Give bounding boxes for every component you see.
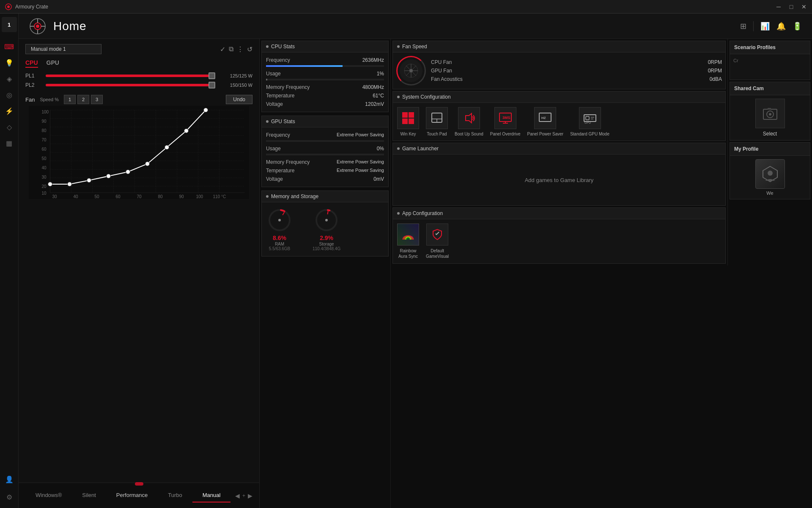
- tab-gpu[interactable]: GPU: [47, 59, 59, 68]
- mode-select[interactable]: Manual mode 1: [25, 44, 102, 54]
- ram-gauge: [267, 207, 292, 233]
- fan-point-3[interactable]: 3: [91, 95, 103, 104]
- battery-icon[interactable]: 🔋: [793, 22, 802, 31]
- profile-next[interactable]: ▶: [248, 492, 252, 499]
- cpu-usage-bar: [266, 79, 384, 80]
- settings-icon: ⚙: [6, 493, 12, 501]
- more-icon[interactable]: ⋮: [237, 45, 244, 53]
- tab-turbo[interactable]: Turbo: [158, 489, 192, 502]
- sidebar-item-home[interactable]: 1: [2, 17, 17, 32]
- tab-windows[interactable]: Windows®: [25, 489, 72, 502]
- svg-text:10: 10: [42, 191, 47, 196]
- ram-detail: 5.5/63.6GB: [269, 246, 291, 251]
- undo-button[interactable]: Undo: [226, 95, 252, 104]
- profile-prev[interactable]: ◀: [235, 492, 240, 499]
- right-upper-left: Fan Speed: [391, 39, 727, 265]
- sidebar-item-devices[interactable]: ⌨: [2, 39, 17, 54]
- scenario-profiles-title: Scenario Profiles: [734, 44, 776, 50]
- sys-config-touchpad[interactable]: Touch Pad: [426, 107, 448, 136]
- gamevisual-svg: [431, 228, 444, 241]
- fan-spinner-svg: [403, 62, 420, 79]
- sidebar-item-calendar[interactable]: ▦: [2, 135, 17, 151]
- svg-text:100: 100: [196, 194, 203, 199]
- sidebar-item-lighting[interactable]: 💡: [2, 55, 17, 70]
- tab-silent[interactable]: Silent: [72, 489, 106, 502]
- svg-point-72: [409, 69, 413, 72]
- svg-point-62: [278, 219, 281, 221]
- fan-speed-widget: Fan Speed: [392, 41, 726, 89]
- fan-chart[interactable]: 100 90 80 70 60 50 40 30 20 10 30 40 50: [19, 106, 259, 483]
- sys-config-panel-overdrive[interactable]: 3MS Panel Overdrive: [490, 107, 521, 136]
- cpu-usage-value: 1%: [377, 71, 384, 77]
- close-button[interactable]: ✕: [801, 4, 807, 10]
- sys-config-standard-gpu[interactable]: GPU Standard GPU Mode: [570, 107, 609, 136]
- check-icon[interactable]: ✓: [220, 45, 225, 53]
- fan-point-1[interactable]: 1: [64, 95, 76, 104]
- svg-text:50: 50: [42, 156, 47, 161]
- shared-cam-body: Select: [730, 95, 810, 140]
- refresh-icon[interactable]: ↺: [247, 45, 252, 53]
- gpu-temp-row: Temperature Extreme Power Saving: [266, 166, 384, 175]
- tab-cpu[interactable]: CPU: [25, 59, 38, 68]
- game-launcher-title: Game Launcher: [402, 146, 439, 152]
- sidebar-item-sliders[interactable]: ⚡: [2, 103, 17, 119]
- standard-gpu-svg: GPU: [583, 111, 597, 125]
- gpu-freq-value: Extreme Power Saving: [337, 132, 384, 138]
- sidebar-item-user[interactable]: 👤: [2, 472, 17, 487]
- game-launcher-header: Game Launcher: [393, 143, 725, 155]
- right-panel: CPU Stats Frequency 2636MHz Usage: [260, 39, 812, 508]
- add-games-text[interactable]: Add games to Game Library: [525, 177, 594, 183]
- sidebar-item-fan[interactable]: ◎: [2, 87, 17, 102]
- tab-performance[interactable]: Performance: [106, 489, 158, 502]
- cpu-stats-header: CPU Stats: [262, 41, 388, 52]
- cpu-memfreq-label: Memory Frequency: [266, 84, 310, 90]
- sidebar-item-settings[interactable]: ⚙: [2, 489, 17, 505]
- chart-icon[interactable]: 📊: [760, 22, 770, 31]
- shared-cam-select-label[interactable]: Select: [733, 131, 807, 137]
- fan-point-buttons: 1 2 3: [64, 95, 103, 104]
- bell-icon[interactable]: 🔔: [776, 22, 786, 31]
- boot-sound-icon: [458, 107, 480, 129]
- sys-config-panel-power-saver[interactable]: HZ Panel Power Saver: [527, 107, 564, 136]
- app-config-rainbow-aura[interactable]: RainbowAura Sync: [397, 224, 419, 259]
- profile-add[interactable]: +: [242, 493, 245, 499]
- storage-gauge-container: 2.9% Storage 110.4/3848.4G: [313, 207, 340, 251]
- pl2-fill: [46, 84, 215, 86]
- pl2-track: [46, 84, 215, 86]
- grid-icon[interactable]: ⊞: [740, 22, 746, 31]
- left-sidebar-nav: 1 ⌨ 💡 ◈ ◎ ⚡ ◇ ▦ 👤 ⚙: [0, 14, 19, 508]
- copy-icon[interactable]: ⧉: [229, 45, 233, 53]
- sidebar-item-profiles[interactable]: ◈: [2, 71, 17, 86]
- cpu-usage-label: Usage: [266, 71, 281, 77]
- control-icons: ✓ ⧉ ⋮ ↺: [220, 45, 252, 53]
- restore-button[interactable]: □: [788, 4, 794, 10]
- shared-cam-widget: Shared Cam: [730, 82, 810, 141]
- pl2-handle[interactable]: [208, 82, 215, 88]
- gpu-temp-label: Temperature: [266, 168, 294, 174]
- cpu-fan-value: 0RPM: [708, 59, 722, 65]
- app-config-default-gamevisual[interactable]: DefaultGameVisual: [426, 224, 449, 259]
- app-body: 1 ⌨ 💡 ◈ ◎ ⚡ ◇ ▦ 👤 ⚙: [0, 14, 812, 508]
- pl1-fill: [46, 75, 215, 77]
- pl1-handle[interactable]: [208, 72, 215, 79]
- gpu-memfreq-value: Extreme Power Saving: [337, 159, 384, 165]
- svg-text:80: 80: [158, 194, 163, 199]
- svg-text:70: 70: [137, 194, 142, 199]
- fan-point-2[interactable]: 2: [77, 95, 89, 104]
- header-divider: [753, 21, 754, 31]
- svg-rect-75: [402, 119, 408, 124]
- cpu-freq-row: Frequency 2636MHz: [266, 56, 384, 64]
- panel-overdrive-svg: 3MS: [499, 111, 512, 125]
- fan-header: Fan Speed % 1 2 3 Undo: [19, 93, 259, 106]
- pl1-track: [46, 75, 215, 77]
- storage-percent: 2.9%: [313, 235, 340, 242]
- sys-config-win-key[interactable]: Win Key: [397, 107, 419, 136]
- tab-manual[interactable]: Manual: [192, 489, 231, 502]
- sys-config-boot-sound[interactable]: Boot Up Sound: [455, 107, 483, 136]
- minimize-button[interactable]: ─: [776, 4, 782, 10]
- svg-line-61: [283, 212, 284, 215]
- fan-acoustics-row: Fan Acoustics 0dBA: [431, 75, 722, 83]
- svg-text:40: 40: [74, 194, 79, 199]
- svg-text:60: 60: [116, 194, 121, 199]
- sidebar-item-tag[interactable]: ◇: [2, 119, 17, 135]
